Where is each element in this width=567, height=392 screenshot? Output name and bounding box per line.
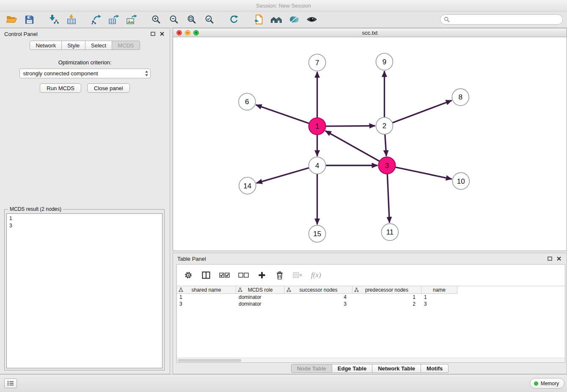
gear-icon bbox=[184, 271, 193, 279]
close-table-panel-button[interactable] bbox=[556, 255, 562, 262]
zoom-selected-button[interactable] bbox=[202, 13, 217, 26]
float-panel-button[interactable] bbox=[149, 30, 156, 37]
graph-node-label: 9 bbox=[383, 58, 386, 66]
graph-node-8[interactable]: 8 bbox=[452, 89, 469, 106]
open-session-button[interactable] bbox=[4, 13, 19, 26]
graph-node-11[interactable]: 11 bbox=[381, 224, 398, 240]
zoom-in-icon bbox=[151, 14, 161, 25]
close-panel-action-button[interactable]: Close panel bbox=[87, 83, 130, 93]
column-header-shared-name[interactable]: shared name bbox=[177, 286, 236, 294]
column-header-name[interactable]: name bbox=[421, 286, 457, 294]
control-panel: Control Panel Network Style Select MCDS … bbox=[0, 28, 170, 374]
home-button[interactable] bbox=[269, 13, 284, 26]
zoom-out-button[interactable] bbox=[167, 13, 181, 26]
export-table-button[interactable] bbox=[107, 13, 121, 26]
deselect-all-rows-button[interactable] bbox=[238, 270, 249, 281]
delete-column-button[interactable] bbox=[275, 270, 284, 281]
run-mcds-button[interactable]: Run MCDS bbox=[40, 83, 81, 93]
close-icon bbox=[557, 257, 561, 261]
minimize-window-button[interactable] bbox=[185, 30, 190, 36]
cell-name[interactable]: 3 bbox=[421, 301, 457, 307]
graph-node-6[interactable]: 6 bbox=[239, 93, 256, 110]
tab-select[interactable]: Select bbox=[85, 41, 112, 50]
export-image-icon bbox=[126, 14, 137, 25]
edge-1-6[interactable] bbox=[256, 105, 309, 124]
graph-node-4[interactable]: 4 bbox=[309, 157, 326, 174]
show-hide-button[interactable] bbox=[305, 13, 319, 26]
column-header-mcds-role[interactable]: MCDS role bbox=[236, 286, 285, 294]
cell-mcds-role[interactable]: dominator bbox=[236, 301, 285, 307]
memory-status-button[interactable]: Memory bbox=[530, 378, 564, 389]
graph-node-7[interactable]: 7 bbox=[309, 54, 326, 71]
venn-button[interactable] bbox=[287, 13, 301, 26]
float-window-icon bbox=[151, 32, 155, 36]
dropdown-stepper-icon bbox=[145, 70, 149, 77]
table-settings-button[interactable] bbox=[184, 270, 193, 281]
table-row[interactable]: 1 dominator 4 1 1 bbox=[177, 294, 565, 301]
cell-successor-nodes[interactable]: 4 bbox=[285, 294, 352, 301]
cell-shared-name[interactable]: 1 bbox=[177, 294, 236, 301]
create-column-button[interactable] bbox=[257, 270, 267, 281]
export-image-button[interactable] bbox=[124, 13, 139, 26]
horizontal-scrollbar[interactable] bbox=[177, 358, 565, 362]
import-network-button[interactable] bbox=[47, 13, 61, 26]
edge-4-14[interactable] bbox=[256, 168, 309, 183]
graph-node-15[interactable]: 15 bbox=[309, 225, 326, 242]
cell-name[interactable]: 1 bbox=[421, 294, 457, 301]
export-network-button[interactable] bbox=[89, 13, 103, 26]
cell-predecessor-nodes[interactable]: 2 bbox=[352, 301, 421, 307]
trash-icon bbox=[276, 271, 283, 279]
close-window-button[interactable] bbox=[176, 30, 182, 36]
network-graph[interactable]: 7968124314101511 bbox=[173, 38, 567, 251]
cell-predecessor-nodes[interactable]: 1 bbox=[352, 294, 421, 301]
graph-node-14[interactable]: 14 bbox=[239, 177, 256, 194]
function-builder-button[interactable]: f(x) bbox=[311, 270, 321, 281]
refresh-view-button[interactable] bbox=[227, 13, 241, 26]
tab-style[interactable]: Style bbox=[62, 41, 85, 50]
delete-table-button[interactable] bbox=[293, 270, 303, 281]
open-file-button[interactable] bbox=[251, 13, 266, 26]
graph-node-label: 15 bbox=[313, 230, 321, 238]
search-field[interactable] bbox=[440, 14, 563, 25]
list-icon bbox=[7, 381, 14, 386]
edge-1-2[interactable] bbox=[326, 126, 375, 126]
cell-shared-name[interactable]: 3 bbox=[177, 301, 236, 307]
tab-edge-table[interactable]: Edge Table bbox=[332, 364, 372, 373]
graph-node-3[interactable]: 3 bbox=[378, 157, 395, 174]
network-canvas[interactable]: 7968124314101511 bbox=[173, 38, 567, 251]
edge-3-10[interactable] bbox=[395, 167, 452, 179]
cell-successor-nodes[interactable]: 3 bbox=[285, 301, 352, 307]
zoom-fit-button[interactable] bbox=[184, 13, 199, 26]
zoom-window-button[interactable] bbox=[193, 30, 199, 36]
edge-3-1[interactable] bbox=[325, 131, 380, 161]
graph-node-10[interactable]: 10 bbox=[452, 173, 469, 190]
cell-mcds-role[interactable]: dominator bbox=[236, 294, 285, 301]
graph-node-1[interactable]: 1 bbox=[309, 118, 326, 135]
zoom-in-button[interactable] bbox=[149, 13, 163, 26]
tab-network[interactable]: Network bbox=[30, 41, 62, 50]
scrollbar-thumb[interactable] bbox=[178, 359, 241, 362]
edge-3-11[interactable] bbox=[387, 174, 389, 223]
column-header-successor-nodes[interactable]: successor nodes bbox=[285, 286, 352, 294]
float-table-panel-button[interactable] bbox=[546, 255, 553, 262]
select-all-rows-button[interactable] bbox=[219, 270, 230, 281]
column-header-predecessor-nodes[interactable]: predecessor nodes bbox=[352, 286, 421, 294]
control-panel-title: Control Panel bbox=[4, 31, 38, 37]
graph-node-2[interactable]: 2 bbox=[376, 117, 393, 134]
optimization-criterion-dropdown[interactable]: strongly connected component bbox=[19, 69, 151, 78]
show-columns-button[interactable] bbox=[201, 270, 211, 281]
tab-motifs[interactable]: Motifs bbox=[421, 364, 449, 373]
table-panel-tab-bar: Node Table Edge Table Network Table Moti… bbox=[173, 364, 567, 373]
edge-2-3[interactable] bbox=[385, 134, 386, 156]
graph-node-9[interactable]: 9 bbox=[376, 53, 393, 70]
import-table-button[interactable] bbox=[64, 13, 79, 26]
search-input[interactable] bbox=[452, 17, 559, 22]
save-session-button[interactable] bbox=[22, 13, 36, 26]
tab-network-table[interactable]: Network Table bbox=[372, 364, 421, 373]
close-panel-button[interactable] bbox=[159, 30, 165, 37]
edge-2-8[interactable] bbox=[392, 100, 452, 123]
tab-mcds[interactable]: MCDS bbox=[112, 41, 140, 50]
tab-node-table[interactable]: Node Table bbox=[291, 364, 332, 373]
table-row[interactable]: 3 dominator 3 2 3 bbox=[177, 301, 565, 307]
task-history-button[interactable] bbox=[4, 378, 17, 388]
